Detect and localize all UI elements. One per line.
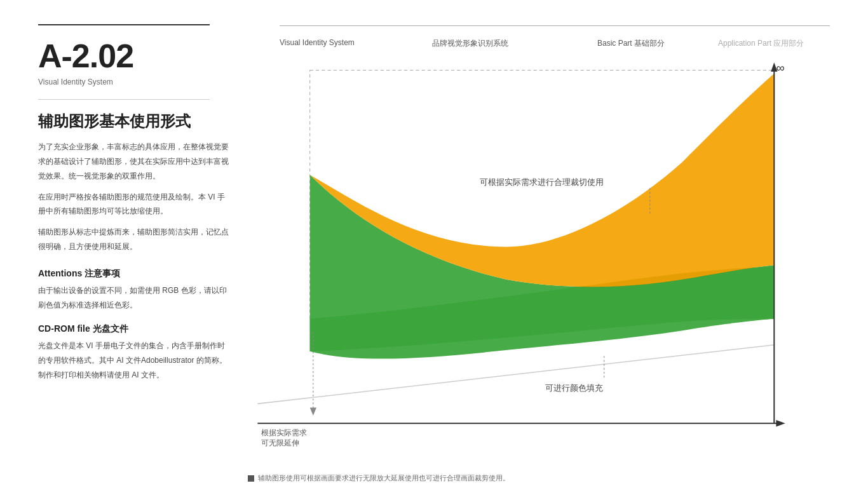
note-text: 辅助图形使用可根据画面要求进行无限放大延展使用也可进行合理画面裁剪使用。 <box>258 473 510 483</box>
top-nav-line <box>280 25 830 26</box>
page-subtitle: Visual Identity System <box>38 78 229 86</box>
nav-item-vis: Visual Identity System <box>280 38 355 47</box>
bottom-note: 辅助图形使用可根据画面要求进行无限放大延展使用也可进行合理画面裁剪使用。 <box>248 473 836 483</box>
body-paragraph-3: 辅助图形从标志中提炼而来，辅助图形简洁实用，记忆点很明确，且方便使用和延展。 <box>38 225 229 254</box>
svg-text:可根据实际需求进行合理裁切使用: 可根据实际需求进行合理裁切使用 <box>480 177 604 187</box>
left-panel: A-2.02 Visual Identity System 辅助图形基本使用形式… <box>38 0 229 488</box>
nav-item-brand: 品牌视觉形象识别系统 <box>432 38 508 49</box>
chart-svg: ∞ 可根据实际需求进行合理裁切使用 可进行颜色填充 根据实际需求 可无限延伸 <box>248 57 836 463</box>
body-paragraph-1: 为了充实企业形象，丰富标志的具体应用，在整体视觉要求的基础设计了辅助图形，使其在… <box>38 140 229 183</box>
cdrom-text: 光盘文件是本 VI 手册电子文件的集合，内含手册制作时的专用软件格式。其中 AI… <box>38 339 229 382</box>
attention-text: 由于输出设备的设置不同，如需使用 RGB 色彩，请以印刷色值为标准选择相近色彩。 <box>38 283 229 313</box>
svg-text:可无限延伸: 可无限延伸 <box>261 438 299 447</box>
note-icon <box>248 475 254 482</box>
section-divider <box>38 99 210 100</box>
svg-text:∞: ∞ <box>776 61 784 74</box>
body-paragraph-2: 在应用时严格按各辅助图形的规范使用及绘制。本 VI 手册中所有辅助图形均可等比放… <box>38 190 229 219</box>
svg-marker-14 <box>310 408 316 416</box>
page-code: A-2.02 <box>38 39 229 72</box>
cdrom-title: CD-ROM file 光盘文件 <box>38 323 229 335</box>
svg-text:根据实际需求: 根据实际需求 <box>261 428 307 437</box>
main-content: ∞ 可根据实际需求进行合理裁切使用 可进行颜色填充 根据实际需求 可无限延伸 <box>248 57 836 463</box>
nav-item-basic: Basic Part 基础部分 <box>597 38 665 49</box>
svg-marker-5 <box>776 420 785 426</box>
svg-text:可进行颜色填充: 可进行颜色填充 <box>545 383 603 393</box>
nav-item-app: Application Part 应用部分 <box>718 38 804 49</box>
section-title: 辅助图形基本使用形式 <box>38 111 229 131</box>
attention-title: Attentions 注意事项 <box>38 268 229 280</box>
